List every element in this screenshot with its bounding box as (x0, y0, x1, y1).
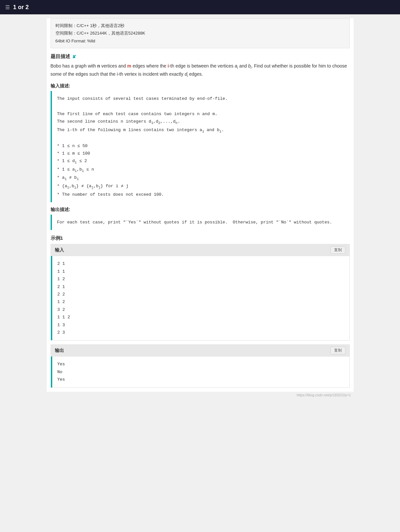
constraint-2: * 1 ≤ m ≤ 100 (57, 150, 344, 157)
input-ex-line-7: 3 2 (57, 306, 344, 313)
space-limit-text: 空间限制：C/C++ 262144K，其他语言524288K (56, 29, 345, 37)
output-header-label: 输出 (55, 348, 64, 354)
input-ex-line-4: 2 1 (57, 283, 344, 291)
problem-desc-title: 题目描述 ✘ (51, 53, 350, 60)
input-ex-line-6: 1 2 (57, 298, 344, 306)
time-limit-text: 时间限制：C/C++ 1秒，其他语言2秒 (56, 22, 345, 29)
main-content: 时间限制：C/C++ 1秒，其他语言2秒 空间限制：C/C++ 262144K，… (47, 18, 354, 398)
input-line-blank-2 (57, 134, 344, 142)
output-ex-line-1: Yes (57, 360, 344, 368)
input-ex-line-1: 2 1 (57, 260, 344, 267)
output-example-content: Yes No Yes (51, 357, 349, 387)
menu-icon: ☰ (5, 4, 10, 10)
constraint-7: * The number of tests does not exceed 10… (57, 191, 344, 198)
input-line-1: The input consists of several test cases… (57, 95, 344, 102)
output-ex-line-3: Yes (57, 376, 344, 383)
page-title: 1 or 2 (13, 4, 29, 11)
input-example-content: 2 1 1 1 1 2 2 1 2 2 1 2 3 2 1 1 2 1 3 2 … (51, 256, 349, 340)
input-example-container: 输入 复制 2 1 1 1 1 2 2 1 2 2 1 2 3 2 1 1 2 … (51, 244, 350, 341)
input-header-label: 输入 (55, 247, 64, 253)
constraint-3: * 1 ≤ di ≤ 2 (57, 157, 344, 166)
input-line-4: The i-th of the following m lines contai… (57, 126, 344, 135)
header-bar: ☰ 1 or 2 (0, 0, 400, 14)
input-header: 输入 复制 (51, 244, 349, 256)
x-icon: ✘ (72, 54, 76, 59)
io-format-text: 64bit IO Format: %lld (56, 37, 345, 45)
example-title: 示例1 (51, 235, 350, 241)
output-line-1: For each test case, print "`Yes`" withou… (57, 219, 344, 226)
input-line-blank-1 (57, 102, 344, 110)
input-line-2: The first line of each test case contain… (57, 110, 344, 118)
input-desc-label: 输入描述: (51, 83, 350, 89)
output-header: 输出 复制 (51, 345, 349, 357)
input-line-3: The second line contains n integers d1,d… (57, 118, 344, 126)
problem-desc-label: 题目描述 (51, 53, 70, 60)
copy-output-button[interactable]: 复制 (330, 347, 345, 354)
input-ex-line-8: 1 1 2 (57, 313, 344, 321)
input-ex-line-2: 1 1 (57, 268, 344, 275)
input-ex-line-9: 1 3 (57, 321, 344, 329)
input-ex-line-3: 1 2 (57, 275, 344, 283)
input-description-block: The input consists of several test cases… (51, 91, 350, 202)
input-ex-line-5: 2 2 (57, 291, 344, 298)
output-description-block: For each test case, print "`Yes`" withou… (51, 215, 350, 230)
constraint-1: * 1 ≤ n ≤ 50 (57, 142, 344, 150)
constraint-5: * ai ≠ bi (57, 174, 344, 182)
input-ex-line-10: 2 3 (57, 329, 344, 336)
output-ex-line-2: No (57, 368, 344, 376)
constraint-6: * {ai,bi} ≠ {aj,bj} for i ≠ j (57, 182, 344, 191)
info-box: 时间限制：C/C++ 1秒，其他语言2秒 空间限制：C/C++ 262144K，… (51, 18, 350, 48)
constraint-4: * 1 ≤ ai,bi ≤ n (57, 166, 344, 174)
output-example-container: 输出 复制 Yes No Yes (51, 344, 350, 388)
footer-watermark: https://blog.csdn.net/p/1832/2/p=1 (47, 392, 354, 398)
copy-input-button[interactable]: 复制 (330, 246, 345, 254)
output-desc-label: 输出描述: (51, 207, 350, 213)
problem-description: Bobo has a graph with n vertices and m e… (51, 62, 350, 79)
